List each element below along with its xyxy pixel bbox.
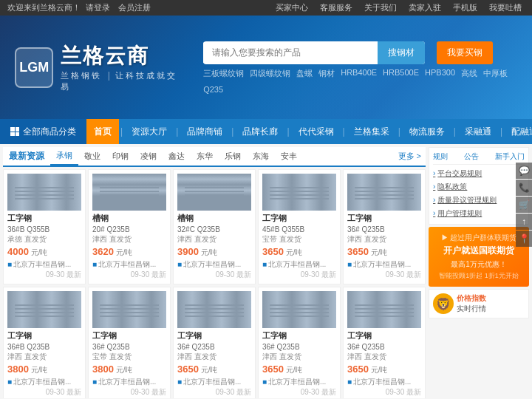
product-grid-row1: 工字钢 36#B Q355B 承德 直发货 4000 元/吨 ■北京万丰恒昌钢.… (3, 169, 426, 284)
float-icons: 💬 📞 🛒 ↑ 📍 (516, 163, 532, 247)
price-index-text: 价格指数 实时行情 (457, 293, 486, 314)
product-origin: 津西 直发货 (177, 234, 251, 245)
phone-icon[interactable]: 📞 (516, 180, 532, 196)
product-card[interactable]: 工字钢 36# Q235B 津西 直发货 3650 元/吨 ■北京万丰恒昌钢..… (258, 287, 341, 398)
product-card[interactable]: 工字钢 36#B Q355B 承德 直发货 4000 元/吨 ■北京万丰恒昌钢.… (3, 169, 86, 284)
product-seller: ■北京万丰恒昌钢... (92, 377, 166, 387)
nav-match[interactable]: 配融通 (504, 119, 532, 144)
back-top-icon[interactable]: ↑ (516, 214, 532, 230)
tag-9[interactable]: Q235 (203, 85, 223, 94)
filter-tab-7[interactable]: 东海 (247, 148, 275, 165)
nav-home[interactable]: 首页 (86, 119, 119, 144)
nav-pipe-4: | (285, 126, 290, 137)
location-icon[interactable]: 📍 (516, 231, 532, 247)
login-link[interactable]: 请登录 (86, 3, 110, 12)
right-link-3[interactable]: 用户管理规则 (433, 207, 525, 220)
buyer-center-link[interactable]: 买家中心 (276, 2, 308, 13)
tag-4[interactable]: HRB400E (341, 68, 377, 79)
product-card[interactable]: 工字钢 36# Q235B 津西 直发货 3650 元/吨 ■北京万丰恒昌钢..… (173, 287, 256, 398)
product-card[interactable]: 槽钢 20# Q235B 津西 直发货 3620 元/吨 ■北京万丰恒昌钢...… (88, 169, 171, 284)
product-image (262, 291, 336, 328)
product-spec: 36# Q235B (347, 343, 421, 351)
tag-2[interactable]: 盘螺 (296, 68, 313, 79)
logo-area: LGM 兰格云商 兰格钢铁 | 让科技成就交易 (15, 42, 181, 92)
filter-tab-4[interactable]: 鑫达 (163, 148, 191, 165)
product-price: 3620 元/吨 (92, 246, 166, 258)
promo-title: 开户就送国联期货 (434, 245, 523, 257)
product-origin: 津西 直发货 (7, 352, 81, 362)
filter-tab-6[interactable]: 乐钢 (219, 148, 247, 165)
nav-collect[interactable]: 兰格集采 (347, 119, 397, 144)
product-seller: ■北京万丰恒昌钢... (7, 259, 81, 270)
product-price: 3800 元/吨 (92, 364, 166, 375)
promo-subtitle: 最高1万元优惠！ (434, 259, 523, 270)
filter-tab-3[interactable]: 凌钢 (134, 148, 163, 165)
product-time: 09-30 最新 (262, 270, 336, 280)
welcome-text: 欢迎来到兰格云商！ (7, 3, 81, 12)
product-price: 3900 元/吨 (177, 246, 251, 258)
product-card[interactable]: 槽钢 32#C Q235B 津西 直发货 3900 元/吨 ■北京万丰恒昌钢..… (173, 169, 256, 284)
product-seller: ■北京万丰恒昌钢... (262, 259, 336, 270)
filter-tab-0[interactable]: 承钢 (50, 147, 78, 166)
top-bar-right: 买家中心 客服服务 关于我们 卖家入驻 手机版 我要吐槽 (273, 2, 525, 13)
product-card[interactable]: 工字钢 36# Q235B 津西 直发货 3650 元/吨 ■北京万丰恒昌钢..… (343, 169, 426, 284)
nav-all-categories[interactable]: 全部商品分类 (0, 119, 86, 144)
nav-agent[interactable]: 代代采钢 (291, 119, 341, 144)
tag-7[interactable]: 高线 (461, 68, 477, 79)
search-button[interactable]: 搜钢材 (378, 41, 425, 64)
product-seller: ■北京万丰恒昌钢... (262, 377, 336, 387)
top-bar: 欢迎来到兰格云商！ 请登录 会员注册 买家中心 客服服务 关于我们 卖家入驻 手… (0, 0, 532, 16)
filter-tab-2[interactable]: 印钢 (106, 148, 134, 165)
search-input[interactable] (203, 42, 378, 63)
product-time: 09-30 最新 (92, 270, 166, 280)
product-time: 09-30 最新 (177, 270, 251, 280)
right-link-2[interactable]: 质量异议管理规则 (433, 194, 525, 207)
product-card[interactable]: 工字钢 45#B Q355B 宝带 直发货 3650 元/吨 ■北京万丰恒昌钢.… (258, 169, 341, 284)
product-card[interactable]: 工字钢 36# Q235B 宝带 直发货 3800 元/吨 ■北京万丰恒昌钢..… (88, 287, 171, 398)
right-link-0[interactable]: 平台交易规则 (433, 167, 525, 180)
nav-logistics[interactable]: 物流服务 (402, 119, 452, 144)
grid-icon (10, 127, 19, 136)
buy-button[interactable]: 我要买钢 (437, 41, 493, 64)
right-link-1[interactable]: 隐私政策 (433, 180, 525, 194)
nav-brand-gallery[interactable]: 品牌长廊 (235, 119, 285, 144)
tag-8[interactable]: 中厚板 (483, 68, 508, 79)
filter-tabs: 承钢 敬业 印钢 凌钢 鑫达 东华 乐钢 东海 安丰 更多 > (50, 147, 426, 166)
tag-1[interactable]: 四级螺纹钢 (250, 68, 290, 79)
feedback-link[interactable]: 我要吐槽 (489, 2, 522, 13)
mobile-link[interactable]: 手机版 (453, 2, 477, 13)
product-time: 09-30 最新 (262, 387, 336, 398)
customer-service-link[interactable]: 客服服务 (320, 2, 352, 13)
logo-icon-text: LGM (19, 60, 49, 75)
tag-3[interactable]: 钢材 (318, 68, 335, 79)
product-card[interactable]: 工字钢 36# Q235B 津西 直发货 3650 元/吨 ■北京万丰恒昌钢..… (343, 287, 426, 398)
product-spec: 32#C Q235B (177, 225, 251, 233)
promo-detail: 智能投顾1折起 1折1元开始 (434, 271, 523, 281)
filter-tab-1[interactable]: 敬业 (78, 148, 106, 165)
product-seller: ■北京万丰恒昌钢... (177, 377, 251, 387)
filter-tab-5[interactable]: 东华 (191, 148, 219, 165)
filter-more[interactable]: 更多 > (394, 148, 426, 165)
filter-tab-8[interactable]: 安丰 (275, 148, 303, 165)
top-bar-left: 欢迎来到兰格云商！ 请登录 会员注册 (7, 2, 154, 13)
product-origin: 宝带 直发货 (262, 234, 336, 245)
tag-6[interactable]: HPB300 (425, 68, 455, 79)
about-link[interactable]: 关于我们 (364, 2, 397, 13)
product-seller: ■北京万丰恒昌钢... (177, 259, 251, 270)
tag-0[interactable]: 三板螺纹钢 (203, 68, 244, 79)
nav-pipe-5: | (341, 126, 347, 137)
product-origin: 宝带 直发货 (92, 352, 166, 362)
chat-icon[interactable]: 💬 (516, 163, 532, 179)
nav-brand-store[interactable]: 品牌商铺 (180, 119, 230, 144)
product-spec: 36# Q235B (177, 343, 251, 351)
product-card[interactable]: 工字钢 36#B Q235B 津西 直发货 3800 元/吨 ■北京万丰恒昌钢.… (3, 287, 86, 398)
register-link[interactable]: 会员注册 (118, 3, 151, 12)
product-time: 09-30 最新 (347, 270, 421, 280)
cart-icon[interactable]: 🛒 (516, 197, 532, 213)
nav-resources[interactable]: 资源大厅 (124, 119, 174, 144)
seller-login-link[interactable]: 卖家入驻 (409, 2, 441, 13)
nav-financing[interactable]: 采融通 (457, 119, 499, 144)
promo-banner[interactable]: ▶ 超过用户群体联期货 开户就送国联期货 最高1万元优惠！ 智能投顾1折起 1折… (429, 227, 529, 287)
brand-sub1: 兰格钢铁 (61, 71, 102, 80)
tag-5[interactable]: HRB500E (383, 68, 419, 79)
